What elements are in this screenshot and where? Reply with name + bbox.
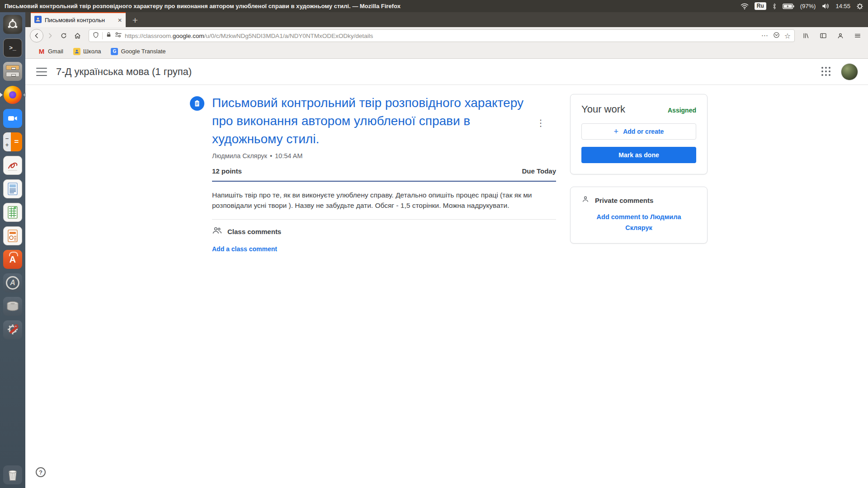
ubuntu-activities-icon[interactable] (3, 15, 22, 34)
your-work-card: Your work Assigned + Add or create Mark … (570, 94, 708, 174)
assignment-title: Письмовий контрольний твір розповідного … (212, 94, 528, 148)
tab-close-icon[interactable]: ✕ (118, 17, 122, 23)
bookmarks-bar: M Gmail Школа G Google Translate (25, 44, 868, 59)
volume-icon[interactable] (821, 3, 830, 9)
home-button[interactable] (71, 29, 84, 42)
keyboard-layout-indicator[interactable]: Ru (755, 2, 766, 10)
account-icon[interactable] (834, 29, 847, 42)
clock[interactable]: 14:55 (835, 3, 850, 9)
lock-icon (106, 32, 112, 40)
libreoffice-calc-icon[interactable] (3, 203, 22, 222)
system-tray: Ru (97%) 14:55 (741, 2, 863, 10)
tab-bar: Письмовий контрольн ✕ + (25, 12, 868, 27)
classroom-header: 7-Д українська мова (1 група) (25, 59, 868, 85)
assignment-author: Людмила Склярук (212, 152, 267, 160)
bluetooth-icon[interactable] (772, 3, 777, 10)
gmail-icon: M (38, 48, 45, 55)
your-work-title: Your work (581, 103, 625, 115)
dock: >_ −+ = A A (0, 12, 25, 488)
google-apps-grid-icon[interactable] (821, 67, 831, 76)
firefox-icon[interactable] (3, 85, 22, 104)
tab-favicon-classroom (34, 16, 42, 25)
url-text: https://classroom.google.com/u/0/c/MzkwN… (125, 33, 758, 39)
class-comments-label: Class comments (227, 228, 281, 235)
add-class-comment-link[interactable]: Add a class comment (212, 245, 277, 253)
add-or-create-button[interactable]: + Add or create (581, 123, 696, 140)
bookmark-google-translate[interactable]: G Google Translate (111, 48, 165, 55)
school-icon (73, 48, 80, 55)
disks-icon[interactable] (3, 297, 22, 316)
system-top-bar: Письмовий контрольний твір розповідного … (0, 0, 868, 12)
session-gear-icon[interactable] (856, 3, 863, 10)
assignment-options-icon[interactable]: ⋮ (535, 117, 546, 128)
assignment-due: Due Today (522, 167, 556, 175)
sidebar-panels: Your work Assigned + Add or create Mark … (570, 94, 708, 244)
assignment-description: Напишіть твір про те, як ви виконуєте ул… (212, 190, 556, 211)
theme-divider (212, 181, 556, 182)
navigation-toolbar: https://classroom.google.com/u/0/c/MzkwN… (25, 27, 868, 44)
trash-icon[interactable] (3, 465, 22, 484)
pocket-icon[interactable] (773, 32, 780, 40)
assignment-points: 12 points (212, 167, 242, 175)
sidebar-icon[interactable] (816, 29, 830, 42)
main-menu-icon[interactable] (36, 68, 47, 76)
terminal-icon[interactable]: >_ (3, 38, 22, 57)
tab-title: Письмовий контрольн (45, 17, 114, 23)
tracking-protection-shield-icon[interactable] (93, 32, 99, 40)
menu-icon[interactable] (851, 29, 864, 42)
status-badge: Assigned (668, 107, 696, 114)
bookmark-shkola[interactable]: Школа (73, 48, 101, 55)
person-icon (581, 195, 590, 205)
course-title: 7-Д українська мова (1 група) (56, 66, 192, 78)
reload-button[interactable] (57, 29, 71, 42)
zoom-icon[interactable] (3, 109, 22, 128)
classroom-page: 7-Д українська мова (1 група) Письмовий … (25, 59, 868, 488)
plus-icon: + (614, 127, 619, 136)
new-tab-button[interactable]: + (128, 14, 142, 27)
divider (212, 219, 556, 220)
help-button[interactable]: ? (36, 467, 46, 477)
remote-app-icon[interactable]: A (3, 273, 22, 292)
window-title: Письмовий контрольний твір розповідного … (5, 3, 401, 9)
calculator-icon[interactable]: −+ = (3, 132, 22, 151)
battery-percent: (97%) (800, 3, 816, 9)
back-button[interactable] (30, 29, 43, 42)
private-comments-card: Private comments Add comment to Людмила … (570, 187, 708, 244)
address-bar[interactable]: https://classroom.google.com/u/0/c/MzkwN… (89, 29, 795, 42)
google-translate-icon: G (111, 48, 118, 55)
ubuntu-software-icon[interactable]: A (3, 250, 22, 269)
page-actions-icon[interactable]: ⋯ (761, 32, 769, 40)
tab-classroom[interactable]: Письмовий контрольн ✕ (31, 12, 126, 27)
assignment-icon (190, 96, 204, 111)
mark-as-done-button[interactable]: Mark as done (581, 147, 696, 163)
library-icon[interactable] (799, 29, 813, 42)
document-annotator-icon[interactable] (3, 156, 22, 175)
battery-icon[interactable] (783, 3, 794, 9)
assignment-main: Письмовий контрольний твір розповідного … (190, 94, 557, 253)
bookmark-gmail[interactable]: M Gmail (38, 48, 63, 55)
private-comments-title: Private comments (595, 197, 653, 204)
libreoffice-writer-icon[interactable] (3, 179, 22, 198)
add-private-comment-link[interactable]: Add comment to Людмила Склярук (581, 211, 696, 233)
file-manager-icon[interactable] (3, 62, 22, 81)
permissions-icon[interactable] (115, 32, 122, 40)
assignment-posted-time: 10:54 AM (275, 152, 302, 160)
forward-button[interactable] (43, 29, 57, 42)
account-avatar[interactable] (841, 63, 858, 80)
assignment-byline: Людмила Склярук • 10:54 AM (212, 152, 556, 160)
wifi-icon[interactable] (741, 3, 749, 9)
people-icon (212, 226, 222, 236)
tweaks-icon[interactable] (3, 320, 22, 339)
bookmark-star-icon[interactable]: ☆ (784, 32, 791, 40)
libreoffice-impress-icon[interactable] (3, 226, 22, 245)
